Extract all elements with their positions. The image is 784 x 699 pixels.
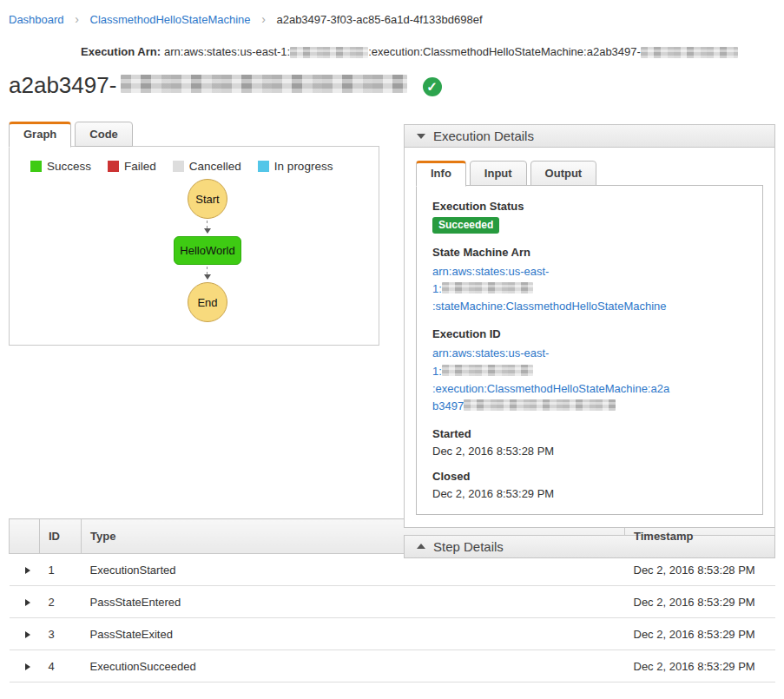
row-expand-icon[interactable] [25,599,30,606]
event-type: PassStateEntered [82,586,625,618]
breadcrumb-separator-icon: › [261,12,266,26]
row-expand-icon[interactable] [25,567,30,574]
edge-arrow-icon [204,267,211,280]
event-timestamp: Dec 2, 2016 8:53:28 PM [625,554,775,586]
event-type: ExecutionSucceeded [82,650,625,683]
tab-graph[interactable]: Graph [9,122,71,148]
expander-column-header [10,519,40,554]
started-label: Started [432,427,747,440]
execution-arn-prefix: arn:aws:states:us-east-1: [164,45,290,58]
breadcrumb-current-execution: a2ab3497-3f03-ac85-6a1d-4f133bd698ef [276,13,482,26]
execution-status-label: Execution Status [432,200,747,213]
redacted-account-id [290,47,368,58]
execution-id-label: Execution ID [432,327,747,340]
id-column-header: ID [40,519,82,554]
execution-details-header[interactable]: Execution Details [404,124,775,148]
graph-tabs: Graph Code [9,122,379,147]
graph-node-start: Start [188,179,227,219]
info-tab-content: Execution Status Succeeded State Machine… [416,185,763,515]
graph-node-end: End [188,282,227,322]
state-machine-arn-label: State Machine Arn [432,246,747,259]
graph-canvas: Success Failed Cancelled In progress [9,146,379,346]
event-timestamp: Dec 2, 2016 8:53:29 PM [625,586,775,618]
execution-arn-line: Execution Arn:arn:aws:states:us-east-1::… [81,45,784,58]
execution-page: Dashboard › ClassmethodHelloStateMachine… [0,0,784,699]
table-row[interactable]: 1 ExecutionStarted Dec 2, 2016 8:53:28 P… [10,554,775,586]
execution-details-panel: Info Input Output Execution Status Succe… [404,148,775,528]
breadcrumb-separator-icon: › [75,12,79,26]
graph-node-helloworld[interactable]: HelloWorld [174,236,241,265]
step-details-title: Step Details [433,536,504,557]
row-expand-icon[interactable] [25,663,30,670]
state-machine-arn-link[interactable]: arn:aws:states:us-east- 1::stateMachine:… [432,263,747,315]
collapse-icon [417,134,425,139]
tab-info[interactable]: Info [416,161,466,187]
breadcrumb-dashboard-link[interactable]: Dashboard [9,13,64,26]
redacted-execution-id [464,399,616,411]
redacted-execution-id [641,47,738,58]
expand-icon [417,544,425,549]
started-value: Dec 2, 2016 8:53:28 PM [432,445,747,458]
event-timestamp: Dec 2, 2016 8:53:29 PM [625,650,775,683]
closed-label: Closed [432,470,747,483]
main-columns: Graph Code Success Failed Cancelled [0,122,784,501]
event-id: 3 [40,618,82,650]
row-expand-icon[interactable] [25,631,30,638]
page-title: a2ab3497- ✓ [9,72,784,99]
event-type: PassStateExited [82,618,625,650]
details-section: Execution Details Info Input Output Exec… [404,122,775,558]
graph-section: Graph Code Success Failed Cancelled [9,122,379,346]
event-id: 4 [40,650,82,683]
table-row[interactable]: 2 PassStateEntered Dec 2, 2016 8:53:29 P… [10,586,775,618]
redacted-account-id [442,282,533,293]
details-tabs: Info Input Output [416,161,763,186]
event-type: ExecutionStarted [82,554,625,586]
table-row[interactable]: 4 ExecutionSucceeded Dec 2, 2016 8:53:29… [10,650,775,683]
event-timestamp: Dec 2, 2016 8:53:29 PM [625,618,775,650]
execution-arn-label: Execution Arn: [81,45,161,58]
status-badge: Succeeded [432,217,499,234]
breadcrumb: Dashboard › ClassmethodHelloStateMachine… [0,0,784,26]
event-id: 1 [40,554,82,586]
execution-details-title: Execution Details [433,125,534,147]
execution-arn-middle: :execution:ClassmethodHelloStateMachine:… [368,45,641,58]
edge-arrow-icon [204,221,211,234]
execution-id-link[interactable]: arn:aws:states:us-east- 1::execution:Cla… [432,345,747,415]
redacted-account-id [442,365,533,376]
redacted-title-id [121,75,407,93]
tab-code[interactable]: Code [75,122,133,147]
success-check-icon: ✓ [423,77,442,96]
event-id: 2 [40,586,82,618]
step-details-header[interactable]: Step Details [404,535,775,558]
state-graph: Start HelloWorld End [10,147,379,345]
tab-output[interactable]: Output [530,161,597,186]
closed-value: Dec 2, 2016 8:53:29 PM [432,487,747,500]
tab-input[interactable]: Input [470,161,527,186]
table-row[interactable]: 3 PassStateExited Dec 2, 2016 8:53:29 PM [10,618,775,650]
page-title-text: a2ab3497- [9,72,116,98]
breadcrumb-statemachine-link[interactable]: ClassmethodHelloStateMachine [90,13,251,26]
